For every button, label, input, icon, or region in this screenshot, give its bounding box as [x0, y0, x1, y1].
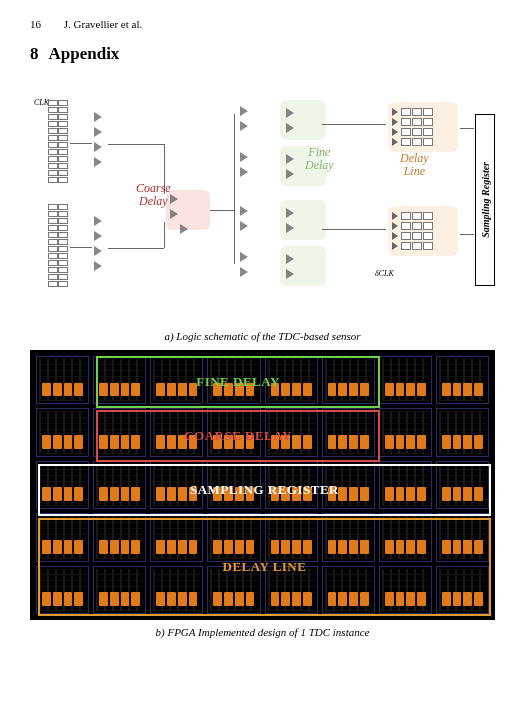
wire-icon — [108, 144, 164, 145]
figure-b: FINE DELAY COARSE DELAY SAMPLING REGISTE… — [30, 350, 495, 638]
figure-a-caption: a) Logic schematic of the TDC-based sens… — [30, 330, 495, 342]
mux-tree-icon — [240, 206, 248, 231]
running-head: 16 J. Gravellier et al. — [30, 18, 495, 30]
fine-mux-icon — [286, 108, 294, 133]
fpga-cell-grid-icon — [36, 356, 489, 614]
page-number: 16 — [30, 18, 41, 30]
mux-tree-icon — [94, 112, 102, 167]
fine-mux-icon — [286, 254, 294, 279]
fine-mux-icon — [286, 208, 294, 233]
wire-icon — [322, 124, 386, 125]
wire-icon — [70, 247, 92, 248]
fine-mux-icon — [286, 154, 294, 179]
mux-tree-icon — [240, 152, 248, 177]
sampling-register-label: Sampling Register — [480, 162, 491, 238]
wire-icon — [234, 114, 235, 264]
wire-icon — [322, 229, 386, 230]
section-number: 8 — [30, 44, 39, 63]
wire-icon — [210, 210, 234, 211]
lut-column-icon — [48, 100, 68, 183]
mux-tree-icon — [240, 252, 248, 277]
mux-tree-icon — [94, 216, 102, 271]
page: 16 J. Gravellier et al. 8Appendix CLK δC… — [0, 0, 525, 666]
mux-tree-icon — [240, 106, 248, 131]
coarse-delay-label: Coarse Delay — [136, 182, 171, 208]
clk-label: CLK — [34, 98, 49, 107]
wire-icon — [460, 234, 474, 235]
coarse-mux-icon — [170, 194, 188, 234]
fpga-layout: FINE DELAY COARSE DELAY SAMPLING REGISTE… — [30, 350, 495, 620]
delta-clk-label: δCLK — [375, 269, 394, 278]
running-head-text: J. Gravellier et al. — [64, 18, 143, 30]
section-title: 8Appendix — [30, 44, 495, 64]
logic-schematic: CLK δCLK — [30, 94, 495, 324]
section-heading: Appendix — [49, 44, 120, 63]
delay-line-cells-icon — [392, 108, 433, 146]
figure-a: CLK δCLK — [30, 94, 495, 342]
wire-icon — [70, 143, 92, 144]
delay-line-cells-icon — [392, 212, 433, 250]
wire-icon — [460, 128, 474, 129]
sampling-register-block: Sampling Register — [475, 114, 495, 286]
wire-icon — [108, 248, 164, 249]
fine-delay-label: Fine Delay — [305, 146, 334, 172]
lut-column-icon — [48, 204, 68, 287]
figure-b-caption: b) FPGA Implemented design of 1 TDC inst… — [30, 626, 495, 638]
delay-line-label: Delay Line — [400, 152, 429, 178]
wire-icon — [164, 222, 165, 248]
